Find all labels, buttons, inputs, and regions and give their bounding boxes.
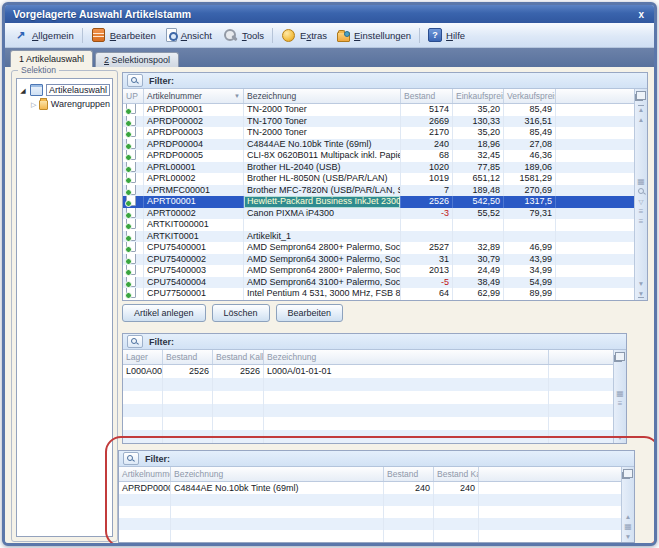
scroll-up-icon[interactable] <box>638 116 644 123</box>
table-row[interactable] <box>119 494 621 506</box>
cell-up[interactable] <box>123 208 144 220</box>
table-row[interactable] <box>119 506 621 518</box>
cell-up[interactable] <box>123 162 144 174</box>
cell-kalk[interactable] <box>434 506 479 518</box>
cell-ek[interactable]: 35,20 <box>453 104 504 116</box>
cell-empty[interactable] <box>556 242 634 254</box>
cell-empty[interactable] <box>549 430 613 443</box>
cell-up[interactable] <box>123 231 144 243</box>
table-row[interactable]: L000A00125262526L000A/01-01-01 <box>123 365 613 378</box>
cell-bez[interactable] <box>171 518 384 530</box>
list-icon[interactable] <box>639 208 644 215</box>
cell-bestand[interactable] <box>163 404 213 417</box>
cell-nr[interactable]: ARTKIT0001 <box>144 231 244 243</box>
cell-empty[interactable] <box>556 231 634 243</box>
cell-up[interactable] <box>123 288 144 300</box>
table-row[interactable] <box>123 378 613 391</box>
cell-up[interactable] <box>123 219 144 231</box>
menu-item-hilfe[interactable]: Hilfe <box>423 26 470 44</box>
cell-lager[interactable]: L000A001 <box>123 365 163 378</box>
cell-vk[interactable]: 189,06 <box>504 162 556 174</box>
cell-bez[interactable]: TN-1700 Toner <box>244 116 401 128</box>
close-button[interactable]: x <box>636 9 646 20</box>
cell-lager[interactable] <box>123 378 163 391</box>
cell-ek[interactable]: 77,85 <box>453 162 504 174</box>
cell-nr[interactable]: CPU75400004 <box>144 277 244 289</box>
cell-vk[interactable]: 79,31 <box>504 208 556 220</box>
cell-kalk[interactable] <box>434 494 479 506</box>
column-header-bestand[interactable]: Bestand <box>401 89 453 103</box>
cell-up[interactable] <box>123 150 144 162</box>
menu-item-allgemein[interactable]: Allgemein <box>10 27 79 44</box>
column-header-artikelnummer[interactable]: Artikelnummer <box>144 89 244 103</box>
cell-bez[interactable]: Intel Pentium 4 531, 3000 MHz, FSB 800 M… <box>244 288 401 300</box>
table-row[interactable] <box>119 530 621 542</box>
cell-nr[interactable]: APRDP00005 <box>144 150 244 162</box>
filter-icon[interactable] <box>639 198 644 205</box>
table-row[interactable]: APRDP00004C4844AE No.10bk Tinte (69ml)24… <box>119 482 621 494</box>
cell-nr[interactable]: APRMFC00001 <box>144 185 244 197</box>
cell-kalk[interactable] <box>213 404 264 417</box>
column-header-verkaufspreis[interactable]: Verkaufspreis <box>504 89 556 103</box>
cell-vk[interactable] <box>504 219 556 231</box>
cell-nr[interactable]: APRL00001 <box>144 162 244 174</box>
column-header-bestand[interactable]: Bestand <box>163 350 213 364</box>
cell-bestand[interactable] <box>384 506 434 518</box>
cell-bez[interactable]: AMD Sempron64 2800+ Palermo, Sockel 754,… <box>244 242 401 254</box>
cell-nr[interactable]: CPU75400002 <box>144 254 244 266</box>
cell-bestand[interactable]: 2669 <box>401 116 453 128</box>
scroll-up-icon[interactable] <box>625 513 631 520</box>
tab-2-selektionspool[interactable]: 2 Selektionspool <box>95 52 179 68</box>
cell-vk[interactable]: 85,49 <box>504 127 556 139</box>
cell-kalk[interactable] <box>434 530 479 542</box>
table-row[interactable]: CPU77500001Intel Pentium 4 531, 3000 MHz… <box>123 288 634 300</box>
cell-kalk[interactable] <box>213 430 264 443</box>
cell-empty[interactable] <box>479 494 621 506</box>
cell-nr[interactable]: CPU77500001 <box>144 288 244 300</box>
cell-bez[interactable] <box>264 378 549 391</box>
cell-bez[interactable] <box>264 430 549 443</box>
cell-empty[interactable] <box>549 391 613 404</box>
cell-bez[interactable]: AMD Sempron64 3000+ Palermo, Sockel 754 <box>244 254 401 266</box>
cell-bestand[interactable] <box>384 530 434 542</box>
cell-bez[interactable]: AMD Sempron64 3100+ Palermo, Sockel 754 <box>244 277 401 289</box>
cell-ek[interactable]: 55,52 <box>453 208 504 220</box>
cell-bez[interactable]: Brother HL-2040 (USB) <box>244 162 401 174</box>
cell-bestand[interactable]: 7 <box>401 185 453 197</box>
table-row[interactable]: APRDP00004C4844AE No.10bk Tinte (69ml)24… <box>123 139 634 151</box>
cell-bez[interactable]: Brother MFC-7820N (USB/PAR/LAN, Scannen,… <box>244 185 401 197</box>
column-header-bestand[interactable]: Bestand <box>384 467 434 481</box>
cell-kalk[interactable]: 240 <box>434 482 479 494</box>
cell-vk[interactable] <box>504 231 556 243</box>
cell-nr[interactable]: APRDP00002 <box>144 116 244 128</box>
column-header-bestand-kalk[interactable]: Bestand Kalk. <box>434 467 479 481</box>
cell-ek[interactable]: 32,45 <box>453 150 504 162</box>
cell-empty[interactable] <box>556 162 634 174</box>
cell-kalk[interactable] <box>213 417 264 430</box>
table-row[interactable]: APRDP00005CLI-8X 0620B011 Multipack inkl… <box>123 150 634 162</box>
cell-empty[interactable] <box>549 404 613 417</box>
menu-item-tools[interactable]: Tools <box>217 25 269 45</box>
cell-bez[interactable] <box>264 417 549 430</box>
cell-up[interactable] <box>123 242 144 254</box>
cell-bestand[interactable]: 1020 <box>401 162 453 174</box>
table-row[interactable] <box>123 417 613 430</box>
view-grid-icon[interactable] <box>616 390 624 397</box>
cell-up[interactable] <box>123 254 144 266</box>
cell-vk[interactable]: 34,99 <box>504 265 556 277</box>
expander-icon[interactable] <box>19 85 27 95</box>
column-chooser-icon[interactable] <box>623 469 633 478</box>
cell-ek[interactable]: 18,96 <box>453 139 504 151</box>
cell-vk[interactable]: 54,99 <box>504 277 556 289</box>
cell-bestand[interactable]: -5 <box>401 277 453 289</box>
scroll-down-icon[interactable] <box>638 280 644 287</box>
cell-bez[interactable]: C4844AE No.10bk Tinte (69ml) <box>244 139 401 151</box>
table-row[interactable]: CPU75400004AMD Sempron64 3100+ Palermo, … <box>123 277 634 289</box>
cell-lager[interactable] <box>123 417 163 430</box>
column-header-up[interactable]: UP <box>123 89 144 103</box>
search-icon[interactable] <box>638 188 645 195</box>
cell-vk[interactable]: 46,36 <box>504 150 556 162</box>
cell-kalk[interactable] <box>213 378 264 391</box>
cell-bez[interactable] <box>264 404 549 417</box>
view-grid-icon[interactable] <box>637 178 645 185</box>
